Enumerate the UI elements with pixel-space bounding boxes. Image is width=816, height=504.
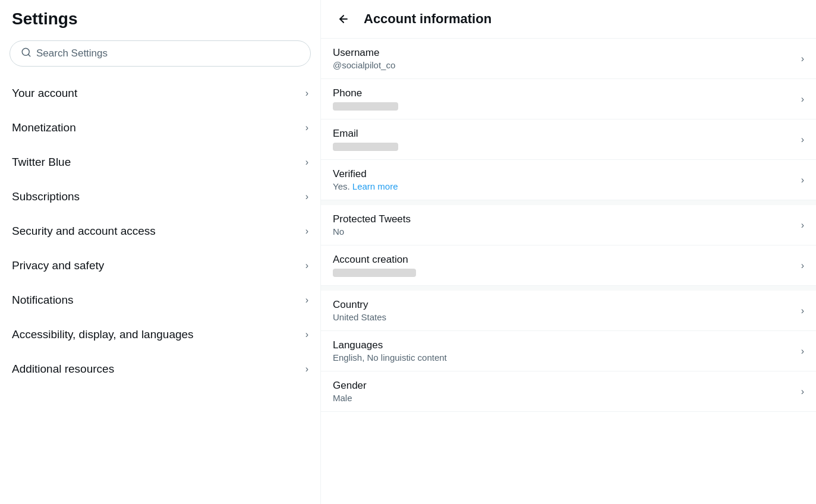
sidebar-item-twitter-blue[interactable]: Twitter Blue › xyxy=(0,145,320,179)
sidebar-item-chevron-additional-resources: › xyxy=(305,364,308,374)
main-content: Account information Username @socialpilo… xyxy=(321,0,816,504)
sidebar-item-label-security-account-access: Security and account access xyxy=(12,225,156,238)
account-creation-blurred xyxy=(333,269,416,277)
sidebar-item-label-your-account: Your account xyxy=(12,87,77,100)
phone-label: Phone xyxy=(333,87,398,99)
sidebar-item-label-notifications: Notifications xyxy=(12,294,74,307)
verified-label: Verified xyxy=(333,168,398,180)
info-row-account-creation[interactable]: Account creation › xyxy=(321,245,816,286)
sidebar-item-chevron-accessibility-display-languages: › xyxy=(305,329,308,340)
account-info-group-3: Country United States › Languages Englis… xyxy=(321,291,816,412)
protected-tweets-value: No xyxy=(333,226,411,237)
email-blurred xyxy=(333,143,398,151)
gender-label: Gender xyxy=(333,380,367,392)
info-row-verified[interactable]: Verified Yes. Learn more › xyxy=(321,160,816,200)
search-bar-wrapper: Search Settings xyxy=(0,36,320,76)
languages-value: English, No linguistic content xyxy=(333,352,447,363)
sidebar-item-subscriptions[interactable]: Subscriptions › xyxy=(0,179,320,214)
phone-value xyxy=(333,100,398,111)
sidebar-item-label-accessibility-display-languages: Accessibility, display, and languages xyxy=(12,328,194,341)
sidebar-item-label-privacy-safety: Privacy and safety xyxy=(12,259,104,272)
sidebar-item-chevron-privacy-safety: › xyxy=(305,260,308,271)
account-info-group-2: Protected Tweets No › Account creation › xyxy=(321,205,816,291)
country-chevron-icon: › xyxy=(801,305,804,316)
svg-line-1 xyxy=(28,54,30,56)
protected-tweets-chevron-icon: › xyxy=(801,220,804,231)
gender-chevron-icon: › xyxy=(801,386,804,397)
info-row-email[interactable]: Email › xyxy=(321,119,816,160)
phone-chevron-icon: › xyxy=(801,94,804,105)
sidebar-title: Settings xyxy=(0,0,320,36)
sidebar-item-notifications[interactable]: Notifications › xyxy=(0,283,320,317)
sidebar-item-chevron-notifications: › xyxy=(305,295,308,305)
info-row-username[interactable]: Username @socialpilot_co › xyxy=(321,39,816,79)
account-creation-value xyxy=(333,267,416,277)
sidebar: Settings Search Settings Your account › … xyxy=(0,0,321,504)
protected-tweets-label: Protected Tweets xyxy=(333,213,411,225)
sidebar-item-accessibility-display-languages[interactable]: Accessibility, display, and languages › xyxy=(0,317,320,352)
info-row-gender[interactable]: Gender Male › xyxy=(321,371,816,412)
sidebar-item-chevron-security-account-access: › xyxy=(305,226,308,237)
search-placeholder: Search Settings xyxy=(36,48,108,59)
country-label: Country xyxy=(333,299,386,311)
info-row-languages[interactable]: Languages English, No linguistic content… xyxy=(321,331,816,371)
sidebar-item-chevron-twitter-blue: › xyxy=(305,157,308,168)
languages-chevron-icon: › xyxy=(801,346,804,357)
search-icon xyxy=(21,47,31,60)
sidebar-item-label-twitter-blue: Twitter Blue xyxy=(12,156,71,169)
nav-list: Your account › Monetization › Twitter Bl… xyxy=(0,76,320,386)
languages-label: Languages xyxy=(333,339,447,351)
sidebar-item-monetization[interactable]: Monetization › xyxy=(0,111,320,145)
info-row-phone[interactable]: Phone › xyxy=(321,79,816,119)
sidebar-item-privacy-safety[interactable]: Privacy and safety › xyxy=(0,248,320,283)
sidebar-item-additional-resources[interactable]: Additional resources › xyxy=(0,352,320,386)
sidebar-item-security-account-access[interactable]: Security and account access › xyxy=(0,214,320,248)
verified-learn-more-link[interactable]: Learn more xyxy=(352,181,398,191)
gender-value: Male xyxy=(333,393,367,403)
verified-chevron-icon: › xyxy=(801,175,804,185)
sidebar-item-label-monetization: Monetization xyxy=(12,121,76,134)
email-value xyxy=(333,141,398,151)
username-chevron-icon: › xyxy=(801,53,804,64)
sidebar-item-chevron-your-account: › xyxy=(305,88,308,99)
sidebar-item-your-account[interactable]: Your account › xyxy=(0,76,320,111)
account-info-group-1: Username @socialpilot_co › Phone › Email xyxy=(321,39,816,205)
info-row-country[interactable]: Country United States › xyxy=(321,291,816,331)
account-creation-label: Account creation xyxy=(333,254,416,266)
phone-blurred xyxy=(333,102,398,111)
username-label: Username xyxy=(333,47,395,59)
content-header: Account information xyxy=(321,0,816,39)
sidebar-item-label-additional-resources: Additional resources xyxy=(12,363,114,376)
account-creation-chevron-icon: › xyxy=(801,260,804,271)
content-title: Account information xyxy=(364,11,492,27)
email-label: Email xyxy=(333,128,398,140)
sidebar-item-label-subscriptions: Subscriptions xyxy=(12,190,80,203)
search-bar[interactable]: Search Settings xyxy=(10,40,311,67)
info-row-protected-tweets[interactable]: Protected Tweets No › xyxy=(321,205,816,245)
back-button[interactable] xyxy=(333,8,354,30)
sidebar-item-chevron-subscriptions: › xyxy=(305,191,308,202)
email-chevron-icon: › xyxy=(801,134,804,145)
username-value: @socialpilot_co xyxy=(333,60,395,70)
verified-value: Yes. Learn more xyxy=(333,181,398,191)
country-value: United States xyxy=(333,312,386,322)
sidebar-item-chevron-monetization: › xyxy=(305,122,308,133)
